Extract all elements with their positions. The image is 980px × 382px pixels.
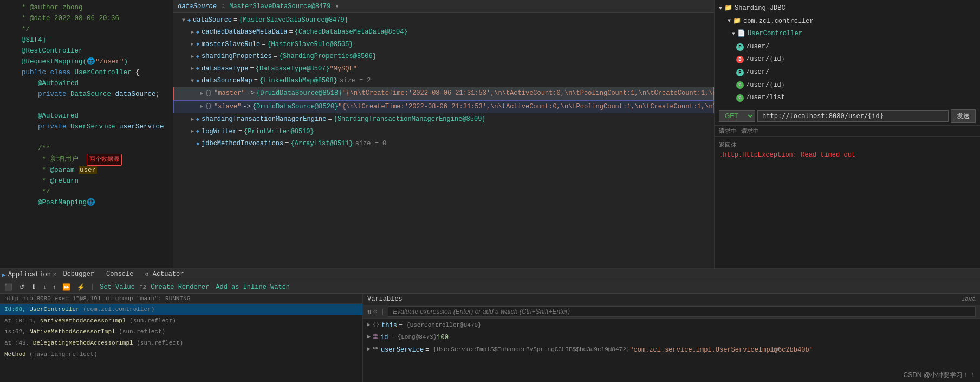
debug-run-to-cursor-button[interactable]: ⏩ xyxy=(60,282,73,292)
collapse-arrow: ▼ xyxy=(182,16,185,25)
code-text: */ xyxy=(22,25,30,33)
thread-text: http-nio-8080-exec-1*@8,191 in group "ma… xyxy=(4,295,190,302)
file-tree-route2[interactable]: D /user/{id} xyxy=(719,53,976,66)
field-name: shardingTransactionManagerEngine xyxy=(202,114,326,125)
stack-frame-pkg: (sun.reflect) xyxy=(129,318,176,324)
code-line: public class UserController { xyxy=(0,67,173,78)
stack-frame-nma2[interactable]: is:62, NativeMethodAccessorImpl (sun.ref… xyxy=(0,326,362,338)
equals: = xyxy=(250,63,254,74)
field-value: {CachedDatabaseMetaData@8504} xyxy=(295,27,408,37)
badge-g: G xyxy=(736,81,744,89)
bottom-tabs: ▶ Application × Debugger Console ⚙ Actua… xyxy=(0,269,980,281)
code-text: public xyxy=(22,69,50,76)
add-inline-watch-action[interactable]: Add as Inline Watch xyxy=(213,283,292,291)
file-tree-usercontroller[interactable]: ▼ 📄 UserController xyxy=(719,28,976,41)
debug-toolbar-bottom: ⬛ ↺ ⬇ ↓ ↑ ⏩ ⚡ | Set Value F2 Create Rend… xyxy=(0,281,980,294)
code-line: @Autowired xyxy=(0,111,173,121)
code-line: @RequestMapping(🌐"/user") xyxy=(0,56,173,67)
field-value: {DruidDataSource@8518} xyxy=(256,88,342,99)
equals: = xyxy=(274,51,277,62)
expand-arrow: ▶ xyxy=(191,40,194,49)
url-input[interactable] xyxy=(757,110,949,122)
send-button[interactable]: 发送 xyxy=(951,109,976,123)
equals: = xyxy=(285,138,289,149)
stack-frame-pkg: (sun.reflect) xyxy=(137,340,183,346)
var-val-id: {Long@8473} xyxy=(398,332,437,342)
debug-stop-button[interactable]: ⬛ xyxy=(2,282,15,292)
tab-debugger[interactable]: Debugger xyxy=(57,269,100,281)
var-val-userservice: {UserServiceImpl$$EnhancerBySpringCGLIB$… xyxy=(433,345,629,355)
tree-row-masterrule[interactable]: ▶ ◆ masterSlaveRule = {MasterSlaveRule@8… xyxy=(173,38,714,50)
var-val-this: {UserController@8470} xyxy=(406,320,482,331)
tree-row-slave[interactable]: ▶ {} "slave" -> {DruidDataSource@8520} "… xyxy=(173,100,714,113)
file-tree: ▼ 📁 Sharding-JDBC ▼ 📁 com.zcl.controller… xyxy=(715,0,980,107)
file-tree-route1[interactable]: P /user/ xyxy=(719,41,976,54)
file-tree-controller-folder[interactable]: ▼ 📁 com.zcl.controller xyxy=(719,15,976,28)
filter-icon[interactable]: ⇅ xyxy=(367,308,371,316)
tree-row-jdbcmethod[interactable]: ◆ jdbcMethodInvocations = {ArrayList@851… xyxy=(173,138,714,150)
tree-row-dsmap[interactable]: ▼ ◆ dataSourceMap = {LinkedHashMap@8508}… xyxy=(173,75,714,87)
code-line: * 新增用户 两个数据源 xyxy=(0,154,173,165)
file-tree-root[interactable]: ▼ 📁 Sharding-JDBC xyxy=(719,2,976,15)
var-row-userservice[interactable]: ▶ ▶▶ userService = {UserServiceImpl$$Enh… xyxy=(363,344,980,356)
set-value-action[interactable]: Set Value xyxy=(98,283,137,291)
tree-row-master[interactable]: ▶ {} "master" -> {DruidDataSource@8518} … xyxy=(173,87,714,100)
route-label: /user/{id} xyxy=(746,54,785,66)
code-line: @PostMapping🌐 xyxy=(0,197,173,208)
tree-row-txengine[interactable]: ▶ ◆ shardingTransactionManagerEngine = {… xyxy=(173,113,714,125)
field-name: dataSource xyxy=(193,15,232,25)
code-text: @Slf4j xyxy=(22,36,46,44)
file-tree-route3[interactable]: P /user/ xyxy=(719,66,976,79)
debug-step-over-button[interactable]: ⬇ xyxy=(29,282,38,292)
field-string: "{\n\tCreateTime:'2022-08-06 21:31:53',\… xyxy=(342,88,715,99)
field-name: masterSlaveRule xyxy=(202,39,260,50)
stack-frame-name: DelegatingMethodAccessorImpl xyxy=(33,340,133,346)
tab-actuator[interactable]: ⚙ Actuator xyxy=(140,269,189,281)
equals: = xyxy=(238,126,242,137)
field-icon: ◆ xyxy=(196,139,199,148)
var-row-this[interactable]: ▶ {} this = {UserController@8470} xyxy=(363,320,980,332)
expand-icon[interactable]: ⊕ xyxy=(373,308,377,316)
stack-frame-dma[interactable]: at :43, DelegatingMethodAccessorImpl (su… xyxy=(0,338,362,349)
badge-p2: P xyxy=(736,69,744,76)
code-line: @RestController xyxy=(0,46,173,56)
route-label: /user/{id} xyxy=(746,80,785,92)
expand-arrow-icon3: ▶ xyxy=(367,345,371,354)
debug-step-in-button[interactable]: ↓ xyxy=(41,282,48,292)
stack-frame-nma1[interactable]: at :0:-1, NativeMethodAccessorImpl (sun.… xyxy=(0,315,362,327)
tab-console[interactable]: Console xyxy=(101,269,139,281)
dropdown-arrow[interactable]: ▾ xyxy=(335,2,339,10)
tree-row-shardprops[interactable]: ▶ ◆ shardingProperties = {ShardingProper… xyxy=(173,50,714,62)
stack-frame-method[interactable]: Method (java.lang.reflect) xyxy=(0,349,362,360)
create-renderer-action[interactable]: Create Renderer xyxy=(148,283,211,291)
var-equals2: = xyxy=(390,332,393,343)
folder-icon: 📄 xyxy=(737,28,745,40)
var-row-id[interactable]: ▶ 圭 id = {Long@8473} 100 xyxy=(363,332,980,344)
vars-input[interactable] xyxy=(388,306,976,317)
stack-frame-usercontroller[interactable]: Id:68, UserController (com.zcl.controlle… xyxy=(0,304,362,315)
stack-list: Id:68, UserController (com.zcl.controlle… xyxy=(0,304,362,380)
field-value: {DatabaseType@8507} xyxy=(256,63,330,74)
debug-evaluate-button[interactable]: ⚡ xyxy=(75,282,87,292)
separator2: | xyxy=(380,308,385,316)
field-value: {MasterSlaveRule@8505} xyxy=(267,39,353,50)
tree-row-logwriter[interactable]: ▶ ◆ logWriter = {PrintWriter@8510} xyxy=(173,126,714,138)
file-tree-route5[interactable]: G /user/list xyxy=(719,92,976,105)
stack-frame-name: NativeMethodAccessorImpl xyxy=(29,328,115,335)
code-panel: * @author zhong * @date 2022-08-06 20:36… xyxy=(0,0,173,268)
tree-row-datasource[interactable]: ▼ ◆ dataSource = {MasterSlaveDataSource@… xyxy=(173,14,714,26)
response-label: 返回体 xyxy=(719,141,976,149)
debug-step-out-button[interactable]: ↑ xyxy=(50,282,58,292)
stack-frame-loc: at :43, xyxy=(4,340,33,346)
code-line: /** xyxy=(0,143,173,154)
arrow-eq: -> xyxy=(243,101,250,112)
close-app-button[interactable]: × xyxy=(53,271,57,278)
tree-row-cachedmeta[interactable]: ▶ ◆ cachedDatabaseMetaData = {CachedData… xyxy=(173,26,714,38)
right-panel: ▼ 📁 Sharding-JDBC ▼ 📁 com.zcl.controller… xyxy=(715,0,980,268)
file-tree-route4[interactable]: G /user/{id} xyxy=(719,79,976,92)
field-extra: size = 0 xyxy=(355,138,387,149)
tree-row-dbtype[interactable]: ▶ ◆ databaseType = {DatabaseType@8507} "… xyxy=(173,63,714,75)
debug-restart-button[interactable]: ↺ xyxy=(17,282,27,292)
expand-arrow: ▶ xyxy=(191,115,194,124)
method-select[interactable]: GET POST xyxy=(719,110,755,122)
